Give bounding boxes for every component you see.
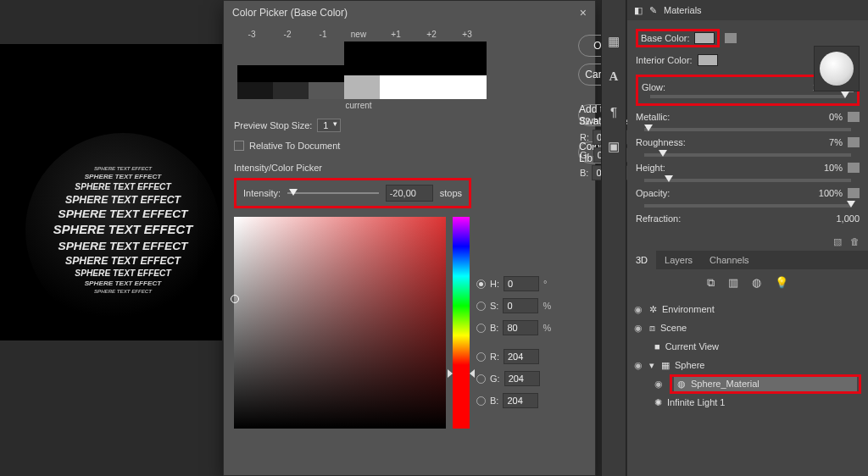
canvas-area: SPHERE TEXT EFFECT SPHERE TEXT EFFECT SP… [0,0,222,476]
base-color-folder-icon[interactable] [725,33,737,43]
height-label: Height: [636,163,665,173]
preview-stop-size-select[interactable]: 1 [317,119,341,132]
h-unit: ° [543,279,555,289]
tree-environment[interactable]: Environment [662,304,715,314]
saturation-value-picker[interactable] [234,217,446,429]
sat-radio[interactable] [476,302,486,311]
relative-checkbox[interactable] [234,141,244,151]
sat-input[interactable]: 0 [503,298,538,313]
tab-channels[interactable]: Channels [701,251,757,269]
stop-label: +2 [414,30,449,39]
canvas[interactable]: SPHERE TEXT EFFECT SPHERE TEXT EFFECT SP… [0,44,222,340]
mesh-icon: ▦ [661,360,670,371]
intensity-unit: stops [440,188,462,198]
bit-r-label: R: [580,132,589,142]
height-slider[interactable] [644,179,851,182]
metallic-folder-icon[interactable] [848,112,860,122]
g-radio[interactable] [476,374,486,384]
new-current-swatch[interactable] [344,42,380,99]
character-icon[interactable]: A [609,69,619,84]
r-input[interactable]: 204 [504,349,539,364]
dialog-title: Color Picker (Base Color) [232,1,348,25]
base-color-label: Base Color: [641,33,689,43]
b2-radio[interactable] [476,396,486,406]
hue-slider[interactable] [453,217,470,429]
stop-swatches [237,42,570,99]
material-preview[interactable] [814,46,860,91]
interior-color-swatch[interactable] [698,54,718,66]
metallic-slider[interactable] [644,128,851,131]
material-highlight: ◍Sphere_Material [670,374,861,394]
tree-current-view[interactable]: Current View [665,341,719,351]
eye-icon[interactable]: ◉ [634,304,644,315]
trash-icon[interactable]: 🗑 [850,236,860,247]
filter-mesh-icon[interactable]: ▥ [728,276,738,290]
cube-icon[interactable]: ◧ [634,5,643,16]
close-icon[interactable]: × [580,1,587,25]
relative-label: Relative To Document [249,141,340,151]
roughness-slider[interactable] [644,153,851,157]
filter-scene-icon[interactable]: ⧉ [707,276,715,290]
stop-label: +1 [378,30,414,39]
opacity-folder-icon[interactable] [848,188,860,198]
brush-icon[interactable]: ✎ [649,5,657,16]
b2-input[interactable]: 204 [503,393,538,408]
environment-icon: ✲ [649,304,657,315]
color-picker-dialog: Color Picker (Base Color) × -3 -2 -1 +1 … [223,0,596,476]
bit-g-label: G: [580,150,590,160]
h-label: H: [490,279,499,289]
bri-radio[interactable] [476,324,486,333]
sphere-preview: SPHERE TEXT EFFECT SPHERE TEXT EFFECT SP… [25,133,220,328]
intensity-label: Intensity: [243,188,281,198]
g-input[interactable]: 204 [504,371,540,386]
current-label: current [234,101,483,110]
eye-icon[interactable]: ◉ [634,323,644,334]
base-color-swatch[interactable] [694,32,715,44]
r-radio[interactable] [476,352,486,362]
metallic-label: Metallic: [636,112,670,122]
opacity-value[interactable]: 100% [804,188,843,198]
intensity-slider[interactable] [287,192,379,194]
refraction-value[interactable]: 1,000 [821,213,860,224]
tree-sphere-material[interactable]: ◍Sphere_Material [674,377,857,391]
g-label: G: [490,374,500,384]
glow-label: Glow: [642,82,665,92]
materials-header: Materials [664,5,702,15]
swatches-icon[interactable]: ▣ [608,139,620,154]
s-unit: % [542,301,554,311]
new-material-icon[interactable]: ▧ [833,236,842,247]
height-value[interactable]: 10% [804,163,843,173]
opacity-label: Opacity: [636,188,670,198]
panel-tabs: 3D Layers Channels [627,251,868,269]
roughness-folder-icon[interactable] [848,137,860,147]
intensity-input[interactable]: -20,00 [386,185,433,202]
stop-label: -3 [234,30,270,39]
filter-light-icon[interactable]: 💡 [775,276,788,290]
intensity-row-highlight: Intensity: -20,00 stops [234,178,471,208]
light-icon: ✺ [654,397,662,408]
collapsed-panel-bar: ▦ A ¶ ▣ [601,0,626,476]
height-folder-icon[interactable] [848,163,860,173]
camera-icon: ■ [654,341,660,351]
tree-sphere[interactable]: Sphere [675,360,704,370]
tree-infinite-light[interactable]: Infinite Light 1 [667,397,726,407]
scene-icon: ⧈ [649,323,655,334]
metallic-value[interactable]: 0% [804,112,843,122]
tab-layers[interactable]: Layers [656,251,701,269]
hue-input[interactable]: 0 [504,276,539,291]
filter-material-icon[interactable]: ◍ [752,276,761,290]
tree-scene[interactable]: Scene [660,323,687,333]
glow-slider[interactable] [650,95,845,98]
tab-3d[interactable]: 3D [627,251,656,269]
bri-input[interactable]: 80 [503,320,538,335]
r-label: R: [490,351,499,362]
eye-icon[interactable]: ◉ [634,360,644,371]
opacity-slider[interactable] [644,204,851,208]
preview-stop-size-label: Preview Stop Size: [234,120,312,130]
histogram-icon[interactable]: ▦ [608,34,620,49]
b-label: B: [490,323,498,333]
roughness-value[interactable]: 7% [804,137,843,147]
hue-radio[interactable] [476,280,486,289]
eye-icon[interactable]: ◉ [654,379,665,390]
paragraph-icon[interactable]: ¶ [610,104,617,119]
